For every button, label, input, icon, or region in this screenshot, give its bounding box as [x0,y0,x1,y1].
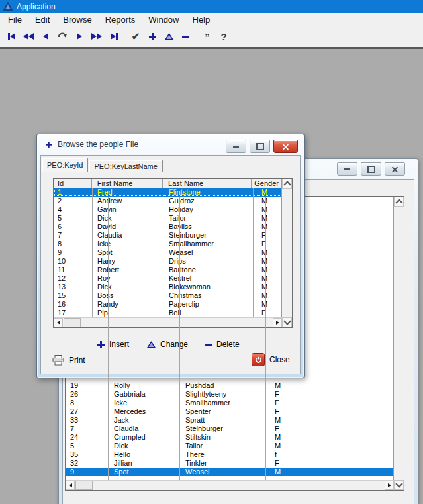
scroll-down-button[interactable] [282,317,292,327]
tab-peo-keyid[interactable]: PEO:KeyId [42,158,88,172]
horizontal-scrollbar[interactable] [54,317,282,327]
cell-last: Blokewoman [164,283,253,291]
tab-peo-keylastname[interactable]: PEO:KeyLastName [89,160,162,172]
table-row[interactable]: 35HelloTheref [66,450,394,459]
cell-gender: F [265,407,352,416]
scrollbar-thumb[interactable] [75,481,93,490]
cell-last: Tailor [164,214,253,223]
help-icon[interactable]: ? [219,29,228,44]
cell-first: Randy [92,300,164,309]
table-row[interactable]: 7ClaudiaSteinburgerF [54,231,282,240]
table-row[interactable]: 26GabbrialaSlightlyteenyF [66,390,394,399]
chevron-up-icon [283,181,291,188]
scrollbar-thumb[interactable] [64,318,81,327]
table-row[interactable]: 8IckeSmallhammerF [54,240,282,248]
print-button[interactable]: Print [52,354,85,366]
table-row[interactable]: 33JackSprattM [66,416,394,425]
scroll-right-button[interactable] [385,481,394,490]
table-row[interactable]: 11RobertBaritoneM [54,266,282,274]
cell-gender: M [253,266,282,274]
table-row[interactable]: 7ClaudiaSteinburgerF [66,425,394,433]
cell-last: Spenter [179,407,265,416]
column-header-first-name[interactable]: First Name [92,179,163,188]
titlebar: Application [0,0,423,13]
column-header-last-name[interactable]: Last Name [163,179,252,188]
change-button[interactable]: Change [147,338,188,350]
scroll-left-button[interactable] [54,318,63,327]
scroll-up-button[interactable] [282,179,292,189]
change-triangle-icon[interactable] [164,29,173,44]
first-record-icon[interactable] [7,29,16,44]
close-button[interactable] [385,162,405,176]
menu-reports[interactable]: Reports [99,13,142,26]
menu-edit[interactable]: Edit [28,13,56,26]
table-row[interactable]: 2AndrewGuidrozM [54,197,282,205]
insert-button[interactable]: Insert [97,338,129,350]
table-row[interactable]: 12RoyKestrelM [54,274,282,283]
cell-first: Boss [92,291,164,300]
column-divider [92,188,93,317]
close-button[interactable] [273,140,298,153]
table-row[interactable]: 13DickBlokewomanM [54,283,282,291]
table-row[interactable]: 19RollyPushdadM [66,381,394,390]
table-row[interactable]: 4GavinHolidayM [54,205,282,214]
table-row[interactable]: 5DickTailorM [54,214,282,223]
cell-id: 4 [54,205,92,214]
table-row[interactable]: 32JillianTinklerF [66,459,394,468]
scroll-left-button[interactable] [66,481,75,490]
scroll-down-button[interactable] [394,480,404,490]
cell-id: 1 [54,188,92,197]
previous-record-icon[interactable] [41,29,50,44]
table-row[interactable]: 9SpotWeaselM [66,468,394,476]
close-button[interactable]: Close [252,354,290,366]
cell-last: Christmas [164,291,253,300]
chevron-up-icon [395,199,402,206]
menu-window[interactable]: Window [142,13,185,26]
menu-browse[interactable]: Browse [56,13,98,26]
menu-help[interactable]: Help [186,13,217,26]
next-page-icon[interactable] [91,29,102,44]
next-record-icon[interactable] [75,29,84,44]
minimize-button[interactable] [337,162,357,176]
previous-page-icon[interactable] [23,29,34,44]
table-row[interactable]: 10HarryDripsM [54,257,282,266]
menu-file[interactable]: File [1,13,28,26]
table-row[interactable]: 1FredFlintstoneM [54,188,282,197]
horizontal-scrollbar[interactable] [66,480,394,490]
cell-last: Spratt [179,416,265,425]
table-row[interactable]: 17PipBellF [54,309,282,317]
column-header-gender[interactable]: Gender [252,179,282,188]
delete-button[interactable]: Delete [205,338,240,350]
delete-minus-icon[interactable] [181,29,190,44]
triangle-icon [147,341,156,348]
front-window[interactable]: Browse the people File PEO:KeyId PEO:Key… [36,134,305,378]
table-row[interactable]: 6DavidBaylissM [54,223,282,231]
cell-gender: M [253,223,282,231]
scroll-up-button[interactable] [394,197,404,207]
select-check-icon[interactable]: ✔ [131,29,140,44]
table-row[interactable]: 9SpotWeaselM [54,248,282,257]
table-row[interactable]: 16RandyPaperclipM [54,300,282,309]
insert-plus-icon[interactable] [148,29,157,44]
maximize-button[interactable] [361,162,381,176]
maximize-icon [256,143,264,150]
refresh-icon[interactable] [58,29,68,44]
minimize-button[interactable] [226,140,246,153]
scroll-right-button[interactable] [273,318,282,327]
table-row[interactable]: 24CrumpledStiltskinM [66,433,394,442]
maximize-button[interactable] [250,140,270,153]
table-row[interactable]: 15BossChristmasM [54,291,282,300]
cell-id: 5 [54,214,92,223]
column-header-id[interactable]: Id [54,179,92,188]
table-row[interactable]: 5DickTailorM [66,442,394,450]
vertical-scrollbar[interactable] [281,179,292,327]
quote-icon[interactable]: ” [203,29,212,44]
last-record-icon[interactable] [109,29,118,44]
cell-last: Guidroz [164,197,253,205]
triangle-right-icon [388,483,391,487]
cell-last: Flintstone [164,188,253,197]
vertical-scrollbar[interactable] [393,197,404,490]
chevron-down-icon [395,480,402,487]
table-row[interactable]: 8IckeSmallhammerF [66,399,394,407]
table-row[interactable]: 27MercedesSpenterF [66,407,394,416]
